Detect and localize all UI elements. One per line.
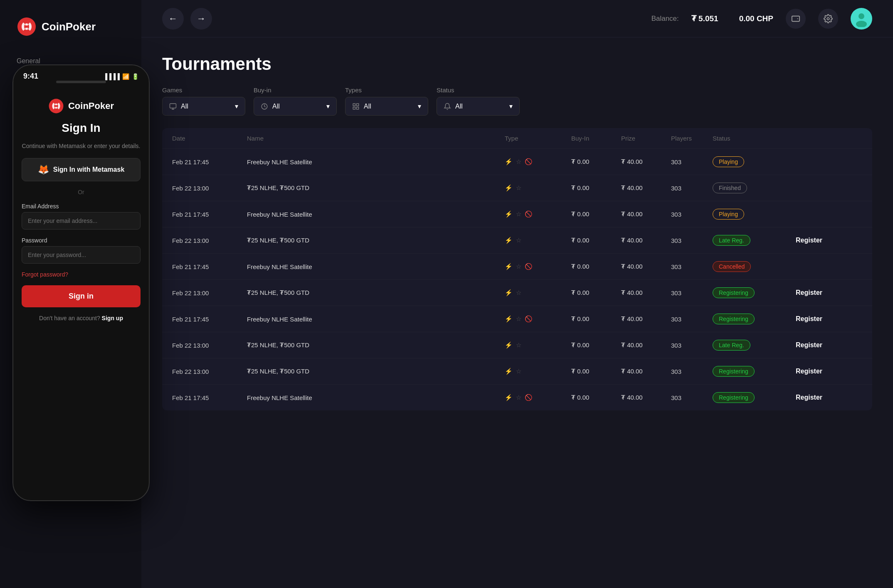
star-icon: ☆ <box>516 210 521 218</box>
password-field-group: Password <box>22 237 141 264</box>
table-row[interactable]: Feb 22 13:00 ₮25 NLHE, ₮500 GTD ⚡ ☆ ₮ 0.… <box>162 227 872 253</box>
register-button[interactable]: Register <box>796 368 862 375</box>
filter-games-select[interactable]: All ▾ <box>162 97 245 116</box>
chevron-down-icon: ▾ <box>235 102 238 110</box>
row-players: 303 <box>671 185 713 192</box>
lightning-icon: ⚡ <box>505 394 513 401</box>
block-icon: 🚫 <box>525 315 533 323</box>
filter-status-label: Status <box>437 86 520 94</box>
sidebar-section-general: General <box>0 57 141 65</box>
row-status: Playing <box>713 209 796 220</box>
lightning-icon: ⚡ <box>505 184 513 192</box>
star-icon: ☆ <box>516 341 521 349</box>
row-status: Late Reg. <box>713 340 796 351</box>
topbar-right: Balance: ₮ 5.051 0.00 CHP <box>651 8 872 30</box>
table-row[interactable]: Feb 22 13:00 ₮25 NLHE, ₮500 GTD ⚡ ☆ ₮ 0.… <box>162 175 872 201</box>
row-name: Freebuy NLHE Satellite <box>247 263 505 270</box>
wifi-icon: 📶 <box>122 73 129 80</box>
coinpoker-logo-icon <box>17 17 37 37</box>
row-buyin: ₮ 0.00 <box>571 315 621 323</box>
star-icon: ☆ <box>516 237 521 244</box>
phone-notch <box>56 81 106 83</box>
user-avatar[interactable] <box>851 8 872 30</box>
filter-types-select[interactable]: All ▾ <box>345 97 428 116</box>
forgot-password-link[interactable]: Forgot password? <box>22 271 68 278</box>
filter-types-label: Types <box>345 86 428 94</box>
register-button[interactable]: Register <box>796 237 862 244</box>
th-status: Status <box>713 135 796 142</box>
status-badge: Playing <box>713 209 744 220</box>
row-prize: ₮ 40.00 <box>621 368 671 375</box>
filter-buyin-label: Buy-in <box>254 86 337 94</box>
filter-games-label: Games <box>162 86 245 94</box>
register-button[interactable]: Register <box>796 289 862 296</box>
chevron-down-icon-3: ▾ <box>418 102 421 110</box>
battery-icon: 🔋 <box>132 73 139 80</box>
filter-status: Status All ▾ <box>437 86 520 116</box>
register-button[interactable]: Register <box>796 341 862 349</box>
metamask-signin-button[interactable]: 🦊 Sign In with Metamask <box>22 158 141 181</box>
table-row[interactable]: Feb 21 17:45 Freebuy NLHE Satellite ⚡ ☆ … <box>162 253 872 279</box>
row-date: Feb 22 13:00 <box>172 185 247 192</box>
row-prize: ₮ 40.00 <box>621 263 671 270</box>
status-badge: Finished <box>713 183 747 193</box>
main-content: ← → Balance: ₮ 5.051 0.00 CHP <box>141 0 893 588</box>
svg-rect-1 <box>792 16 799 21</box>
balance-value: ₮ 5.051 <box>691 14 718 23</box>
table-row[interactable]: Feb 22 13:00 ₮25 NLHE, ₮500 GTD ⚡ ☆ ₮ 0.… <box>162 332 872 358</box>
signup-link[interactable]: Sign up <box>102 315 123 321</box>
row-status: Registering <box>713 314 796 324</box>
block-icon: 🚫 <box>525 158 533 166</box>
topbar: ← → Balance: ₮ 5.051 0.00 CHP <box>141 0 893 37</box>
email-input[interactable] <box>22 212 141 230</box>
row-date: Feb 22 13:00 <box>172 342 247 349</box>
row-buyin: ₮ 0.00 <box>571 368 621 375</box>
table-row[interactable]: Feb 22 13:00 ₮25 NLHE, ₮500 GTD ⚡ ☆ ₮ 0.… <box>162 358 872 384</box>
star-icon: ☆ <box>516 158 521 166</box>
lightning-icon: ⚡ <box>505 210 513 218</box>
table-row[interactable]: Feb 21 17:45 Freebuy NLHE Satellite ⚡ ☆ … <box>162 306 872 332</box>
forward-button[interactable]: → <box>190 8 212 30</box>
phone-status-bar: 9:41 ▐▐▐▐ 📶 🔋 <box>13 65 149 81</box>
lightning-icon: ⚡ <box>505 289 513 296</box>
svg-rect-8 <box>353 104 355 106</box>
table-row[interactable]: Feb 21 17:45 Freebuy NLHE Satellite ⚡ ☆ … <box>162 148 872 175</box>
password-input[interactable] <box>22 246 141 264</box>
row-players: 303 <box>671 289 713 296</box>
register-button[interactable]: Register <box>796 394 862 401</box>
row-buyin: ₮ 0.00 <box>571 184 621 192</box>
tournament-table: Date Name Type Buy-In Prize Players Stat… <box>162 128 872 410</box>
star-icon: ☆ <box>516 184 521 192</box>
or-divider: Or <box>78 189 84 195</box>
svg-point-0 <box>17 17 36 36</box>
table-row[interactable]: Feb 21 17:45 Freebuy NLHE Satellite ⚡ ☆ … <box>162 384 872 410</box>
th-action <box>796 135 862 142</box>
filter-status-select[interactable]: All ▾ <box>437 97 520 116</box>
wallet-icon-button[interactable] <box>786 9 806 29</box>
status-badge: Registering <box>713 392 755 403</box>
row-prize: ₮ 40.00 <box>621 237 671 244</box>
block-icon: 🚫 <box>525 210 533 218</box>
row-name: Freebuy NLHE Satellite <box>247 158 505 166</box>
row-type-icons: ⚡ ☆ 🚫 <box>505 263 571 270</box>
filter-buyin-select[interactable]: All ▾ <box>254 97 337 116</box>
table-row[interactable]: Feb 21 17:45 Freebuy NLHE Satellite ⚡ ☆ … <box>162 201 872 227</box>
metamask-btn-label: Sign In with Metamask <box>53 166 125 173</box>
phone-body: CoinPoker Sign In Continue with Metamask… <box>13 90 149 330</box>
row-players: 303 <box>671 158 713 166</box>
nav-buttons: ← → <box>162 8 212 30</box>
svg-rect-6 <box>170 104 176 108</box>
svg-rect-9 <box>357 104 359 106</box>
back-button[interactable]: ← <box>162 8 184 30</box>
page-title: Tournaments <box>162 54 872 74</box>
phone-time: 9:41 <box>23 72 38 81</box>
row-date: Feb 21 17:45 <box>172 211 247 218</box>
signin-button[interactable]: Sign in <box>22 285 141 307</box>
row-status: Registering <box>713 287 796 298</box>
table-row[interactable]: Feb 22 13:00 ₮25 NLHE, ₮500 GTD ⚡ ☆ ₮ 0.… <box>162 279 872 306</box>
settings-icon-button[interactable] <box>818 9 838 29</box>
row-buyin: ₮ 0.00 <box>571 237 621 244</box>
register-button[interactable]: Register <box>796 315 862 323</box>
th-prize: Prize <box>621 135 671 142</box>
row-date: Feb 22 13:00 <box>172 368 247 375</box>
